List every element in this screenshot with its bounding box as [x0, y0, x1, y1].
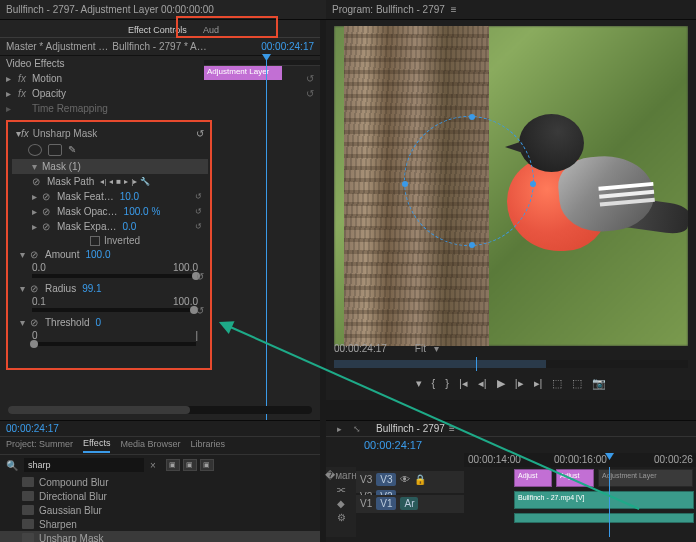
effect-icon — [22, 491, 34, 501]
project-tabs: Project: Summer Effects Media Browser Li… — [0, 437, 320, 455]
tab-program[interactable]: Program: Bullfinch - 2797 — [332, 4, 445, 15]
sequence-name[interactable]: Bullfinch - 2797 — [376, 423, 445, 434]
sequence-title: Bullfinch - 2797- Adjustment Layer 00:00… — [6, 4, 214, 15]
effect-icon — [22, 505, 34, 515]
clear-search-icon[interactable]: × — [150, 460, 156, 471]
scrubber-track — [334, 360, 546, 368]
tab-project[interactable]: Project: Summer — [6, 439, 73, 452]
track-header-v1[interactable]: V1V1Ar — [356, 495, 464, 513]
master-clip-row: Master * Adjustment … Bullfinch - 2797 *… — [0, 38, 320, 56]
reset-icon[interactable]: ↺ — [306, 73, 314, 84]
mark-in-icon[interactable]: { — [432, 377, 436, 389]
program-scrubber[interactable] — [334, 360, 688, 368]
extract-icon[interactable]: ⬚ — [572, 377, 582, 390]
effect-time-remapping[interactable]: ▸ Time Remapping — [0, 101, 320, 116]
transport-controls: ▾ { } |◂ ◂| ▶ |▸ ▸| ⬚ ⬚ 📷 — [334, 372, 688, 394]
timeline-tool-icons: ▸ ⤡ — [332, 423, 364, 435]
clip-adjustment[interactable]: Adjust — [556, 469, 594, 487]
program-monitor: Program: Bullfinch - 2797 ≡ 00:00:24:17 … — [326, 0, 696, 400]
accel-badge[interactable]: ▣ — [166, 459, 180, 471]
mask-handle[interactable] — [469, 242, 475, 248]
effect-icon — [22, 477, 34, 487]
track-header-v3[interactable]: V3V3👁🔒 V2V2 — [356, 471, 464, 493]
program-tabs: Program: Bullfinch - 2797 ≡ — [326, 0, 696, 20]
master-sub: Bullfinch - 2797 * A… — [112, 41, 207, 52]
effect-icon — [22, 519, 34, 529]
settings-icon[interactable]: ⚙ — [337, 512, 346, 523]
annotation-box-tab — [176, 16, 278, 38]
clip-area[interactable]: Adjust Adjust Adjustment Layer Bullfinch… — [464, 467, 696, 537]
mark-out-icon[interactable]: } — [445, 377, 449, 389]
go-out-icon[interactable]: ▸| — [534, 377, 543, 390]
timeline-tracks: �магн ⫘ ◆ ⚙ V3V3👁🔒 V2V2 V1V1Ar Adjust Ad… — [326, 467, 696, 537]
scrollbar-thumb[interactable] — [8, 406, 190, 414]
fx-icon[interactable]: fx — [16, 88, 28, 99]
effect-item[interactable]: Compound Blur — [0, 475, 320, 489]
zoom-fit[interactable]: Fit — [415, 343, 426, 354]
go-in-icon[interactable]: |◂ — [459, 377, 468, 390]
twirl-icon[interactable]: ▸ — [6, 103, 16, 114]
twirl-icon[interactable]: ▸ — [6, 88, 16, 99]
effect-icon — [22, 533, 34, 542]
timeline-panel: ▸ ⤡ Bullfinch - 2797 ≡ 00:00:24:17 00:00… — [326, 420, 696, 542]
ec-scrollbar[interactable] — [8, 406, 312, 414]
add-marker-icon[interactable]: ▾ — [416, 377, 422, 390]
lift-icon[interactable]: ⬚ — [552, 377, 562, 390]
clip-audio[interactable] — [514, 513, 694, 523]
yuv-badge[interactable]: ▣ — [200, 459, 214, 471]
master-label: Master * Adjustment … — [6, 41, 108, 52]
tab-libraries[interactable]: Libraries — [190, 439, 225, 452]
effects-search-row: 🔍 × ▣ ▣ ▣ — [0, 455, 320, 475]
reset-icon[interactable]: ↺ — [306, 88, 314, 99]
effect-item[interactable]: Sharpen — [0, 517, 320, 531]
fx-icon[interactable]: fx — [16, 73, 28, 84]
tab-effects[interactable]: Effects — [83, 438, 110, 453]
clip-adjustment[interactable]: Adjust — [514, 469, 552, 487]
selection-tool-icon[interactable]: ▸ — [332, 423, 346, 435]
search-icon[interactable]: 🔍 — [6, 460, 18, 471]
step-fwd-icon[interactable]: |▸ — [515, 377, 524, 390]
step-back-icon[interactable]: ◂| — [478, 377, 487, 390]
tab-media-browser[interactable]: Media Browser — [120, 439, 180, 452]
timeline-playhead[interactable] — [609, 467, 610, 537]
master-timestamp: 00:00:24:17 — [261, 41, 314, 52]
adjustment-layer-bar[interactable]: Adjustment Layer — [204, 66, 282, 80]
timeline-header: ▸ ⤡ Bullfinch - 2797 ≡ — [326, 421, 696, 437]
effect-controls-panel: Effect Controls Aud Master * Adjustment … — [0, 20, 320, 420]
effects-search-input[interactable] — [24, 458, 144, 472]
effect-opacity[interactable]: ▸ fx Opacity ↺ — [0, 86, 320, 101]
source-timecode[interactable]: 00:00:24:17 — [0, 421, 320, 437]
export-frame-icon[interactable]: 📷 — [592, 377, 606, 390]
mask-handle[interactable] — [469, 114, 475, 120]
dropdown-icon[interactable]: ▾ — [434, 343, 439, 354]
ripple-tool-icon[interactable]: ⤡ — [350, 423, 364, 435]
marker-icon[interactable]: ◆ — [337, 498, 345, 509]
clip-adjustment-dark[interactable]: Adjustment Layer — [598, 469, 693, 487]
scrubber-playhead[interactable] — [476, 357, 477, 371]
panel-menu-icon[interactable]: ≡ — [451, 4, 457, 15]
effect-item-selected[interactable]: Unsharp Mask — [0, 531, 320, 542]
annotation-box-effect — [6, 120, 212, 370]
effect-item[interactable]: Gaussian Blur — [0, 503, 320, 517]
program-timecode[interactable]: 00:00:24:17 — [334, 343, 387, 354]
video-frame — [334, 26, 688, 346]
mask-handle[interactable] — [530, 181, 536, 187]
timeline-toolbar: �магн ⫘ ◆ ⚙ — [326, 467, 356, 537]
play-icon[interactable]: ▶ — [497, 377, 505, 390]
project-effects-panel: 00:00:24:17 Project: Summer Effects Medi… — [0, 420, 320, 542]
effect-type-filters: ▣ ▣ ▣ — [166, 459, 214, 471]
snap-icon[interactable]: �магн — [325, 470, 357, 481]
timeline-ruler[interactable]: 00:00:14:00 00:00:16:00 00:00:26 — [464, 453, 696, 467]
program-viewport[interactable] — [334, 26, 688, 346]
link-icon[interactable]: ⫘ — [336, 484, 346, 495]
effect-item[interactable]: Directional Blur — [0, 489, 320, 503]
twirl-icon[interactable]: ▸ — [6, 73, 16, 84]
mask-handle[interactable] — [402, 181, 408, 187]
program-readout: 00:00:24:17 Fit ▾ — [334, 343, 688, 354]
32bit-badge[interactable]: ▣ — [183, 459, 197, 471]
ec-playhead[interactable] — [266, 58, 267, 428]
mask-overlay[interactable] — [404, 116, 534, 246]
